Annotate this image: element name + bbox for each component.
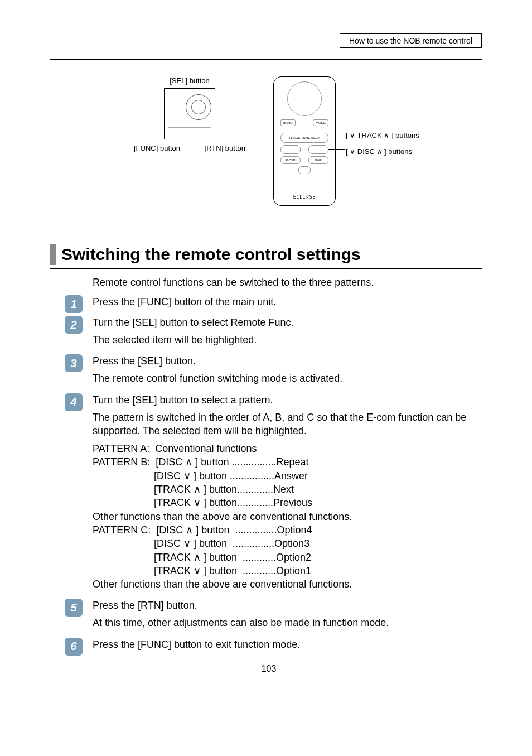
title-rule (50, 268, 482, 269)
header-rule (50, 59, 482, 60)
step-body-text: The remote control function switching mo… (93, 372, 482, 385)
step-body: The selected item will be highlighted. (93, 333, 482, 346)
disc-buttons-label: [ ∨ DISC ∧ ] buttons (346, 147, 419, 156)
step-body-text: The pattern is switched in the order of … (93, 411, 482, 438)
step-heading: Press the [SEL] button. (93, 355, 482, 367)
pattern-line: PATTERN B: [DISC ∧ ] button ............… (93, 455, 482, 469)
step-heading: Press the [RTN] button. (93, 600, 482, 611)
remote-illum-btn (298, 166, 311, 174)
step-body-text: At this time, other adjustments can also… (93, 616, 482, 629)
pattern-line: [TRACK ∨ ] button ............Option1 (93, 564, 482, 577)
pattern-line: [TRACK ∨ ] button.............Previous (93, 496, 482, 509)
steps-list: 1Press the [FUNC] button of the main uni… (93, 296, 482, 651)
step-heading: Turn the [SEL] button to select a patter… (93, 394, 482, 406)
pattern-line: PATTERN C: [DISC ∧ ] button ............… (93, 523, 482, 537)
remote-disc-down (280, 145, 301, 154)
page-header: How to use the NOB remote control (50, 33, 482, 48)
remote-illustration: BAND MODE TRACK TUNE SEEK E-COM PWR ECLI… (273, 76, 336, 206)
remote-ecom-btn: E-COM (280, 156, 301, 164)
step-body: The remote control function switching mo… (93, 372, 482, 385)
pattern-line: [DISC ∨ ] button ................Answer (93, 469, 482, 483)
func-button-label: [FUNC] button (134, 144, 180, 152)
pattern-line: [TRACK ∧ ] button.............Next (93, 483, 482, 496)
page-number: 103 (50, 664, 482, 674)
track-buttons-label: [ ∨ TRACK ∧ ] buttons (346, 131, 419, 139)
step-number-badge: 6 (65, 638, 83, 656)
section-intro: Remote control functions can be switched… (93, 277, 482, 288)
step: 6Press the [FUNC] button to exit functio… (93, 639, 482, 651)
step-number-badge: 5 (65, 599, 83, 617)
step-heading: Turn the [SEL] button to select Remote F… (93, 317, 482, 329)
pattern-line: [DISC ∨ ] button ...............Option3 (93, 537, 482, 550)
step-number-badge: 4 (65, 393, 83, 411)
pattern-line: [TRACK ∧ ] button ............Option2 (93, 551, 482, 564)
diagram-area: [SEL] button [FUNC] button [RTN] button … (50, 76, 482, 221)
pattern-line: Other functions than the above are conve… (93, 577, 482, 591)
remote-mode-btn: MODE (313, 119, 328, 126)
step-number-badge: 1 (65, 295, 83, 313)
section-title: Switching the remote control settings (61, 244, 361, 265)
step: 5Press the [RTN] button.At this time, ot… (93, 600, 482, 629)
step-number-badge: 3 (65, 354, 83, 372)
step-body: At this time, other adjustments can also… (93, 616, 482, 629)
step: 4Turn the [SEL] button to select a patte… (93, 394, 482, 591)
remote-pwr-btn: PWR (308, 156, 328, 164)
header-category-box: How to use the NOB remote control (340, 33, 482, 48)
remote-disc-up (308, 145, 328, 154)
step-heading: Press the [FUNC] button of the main unit… (93, 296, 482, 308)
step: 2Turn the [SEL] button to select Remote … (93, 317, 482, 346)
remote-band-btn: BAND (280, 119, 296, 126)
step: 1Press the [FUNC] button of the main uni… (93, 296, 482, 308)
sel-button-label: [SEL] button (134, 76, 245, 85)
step: 3Press the [SEL] button.The remote contr… (93, 355, 482, 385)
remote-brand: ECLIPSE (274, 195, 335, 200)
main-unit-illustration (164, 88, 215, 139)
step-body-text: The selected item will be highlighted. (93, 333, 482, 346)
rtn-button-label: [RTN] button (205, 144, 245, 152)
remote-track-btn: TRACK TUNE SEEK (280, 133, 328, 143)
step-heading: Press the [FUNC] button to exit function… (93, 639, 482, 651)
title-accent-bar (50, 244, 56, 265)
section-title-wrap: Switching the remote control settings (50, 244, 482, 265)
step-number-badge: 2 (65, 316, 83, 334)
pattern-line: PATTERN A: Conventional functions (93, 442, 482, 455)
step-body: The pattern is switched in the order of … (93, 411, 482, 591)
pattern-line: Other functions than the above are conve… (93, 510, 482, 523)
